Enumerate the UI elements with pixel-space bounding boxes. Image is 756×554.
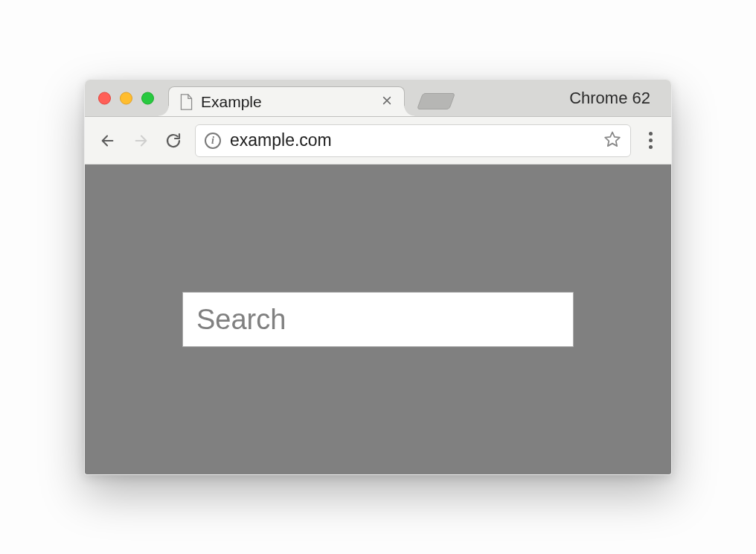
- tab-title: Example: [201, 93, 373, 111]
- browser-version-label: Chrome 62: [569, 89, 650, 108]
- close-icon: [382, 95, 392, 106]
- search-input[interactable]: [182, 292, 574, 347]
- tab-strip: Example Chrome 62: [85, 80, 671, 117]
- arrow-left-icon: [100, 133, 116, 149]
- window-minimize-button[interactable]: [120, 92, 132, 104]
- forward-button[interactable]: [129, 130, 152, 152]
- arrow-right-icon: [132, 133, 149, 149]
- star-icon: [603, 130, 621, 148]
- window-controls: [98, 92, 154, 104]
- browser-tab[interactable]: Example: [168, 86, 405, 116]
- url-text: example.com: [230, 130, 595, 150]
- menu-button[interactable]: [641, 127, 659, 153]
- address-bar[interactable]: i example.com: [195, 124, 631, 157]
- tab-holder: Example: [168, 80, 452, 116]
- site-info-icon[interactable]: i: [205, 133, 221, 149]
- window-zoom-button[interactable]: [141, 92, 154, 104]
- kebab-dot-icon: [649, 132, 653, 136]
- kebab-dot-icon: [649, 138, 653, 142]
- back-button[interactable]: [97, 130, 119, 152]
- tab-close-button[interactable]: [380, 95, 394, 109]
- reload-button[interactable]: [162, 130, 185, 152]
- new-tab-button[interactable]: [417, 93, 455, 109]
- bookmark-button[interactable]: [603, 130, 621, 151]
- window-close-button[interactable]: [98, 92, 111, 104]
- page-icon: [179, 94, 193, 110]
- reload-icon: [164, 132, 182, 150]
- toolbar: i example.com: [85, 117, 671, 165]
- browser-window: Example Chrome 62 i ex: [84, 79, 672, 475]
- kebab-dot-icon: [649, 145, 653, 149]
- page-viewport: [85, 165, 671, 474]
